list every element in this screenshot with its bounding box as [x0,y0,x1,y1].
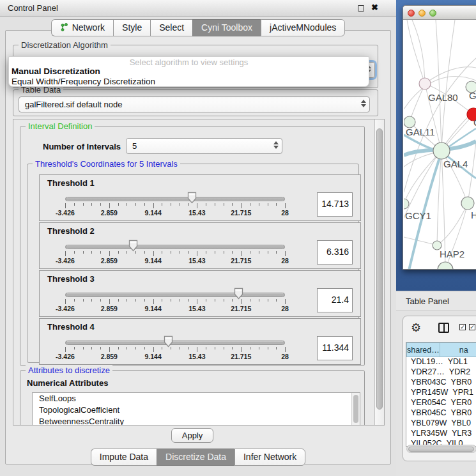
cell-shared-name: YDL19… [406,357,443,367]
table-row[interactable]: YLR345WYLR3 [406,429,476,439]
table-row[interactable]: YER054CYER0 [406,398,476,408]
dropdown-item-manual-discretization[interactable]: Manual Discretization [9,66,369,77]
algorithm-dropdown-popup: Select algorithm to view settings Manual… [8,56,369,87]
slider-track[interactable] [65,197,285,201]
discretization-algorithm-group-title: Discretization Algorithm [19,40,111,50]
table-row[interactable]: YBR045CYBR0 [406,408,476,418]
tick-label: 15.43 [188,353,205,360]
columns-icon[interactable] [438,323,449,333]
attribute-list-item[interactable]: BetweennessCentrality [33,416,360,426]
checkbox-icon[interactable]: ✓ [459,324,466,330]
cell-shared-name: YDR27… [406,367,445,378]
table-panel-title: Table Panel [406,296,449,306]
cyni-mode-tabs: Impute Data Discretize Data Infer Networ… [0,449,396,466]
tick-label: 2.859 [101,209,118,217]
slider-thumb[interactable] [234,288,243,300]
attributes-group: Attributes to discretize Numerical Attri… [20,370,365,426]
mac-zoom-icon[interactable] [429,10,436,17]
control-panel-tabs: Network Style Select Cyni Toolbox jActiv… [0,19,396,36]
table-toolbar: ⚙ ✓ ✓ [403,316,476,341]
network-window-titlebar[interactable] [403,6,476,20]
pink-node[interactable] [419,78,431,89]
threshold-value-field[interactable]: 11.344 [317,336,353,360]
tab-discretize-data[interactable]: Discretize Data [157,449,234,466]
column-header-name[interactable]: na [440,342,476,357]
threshold-slider[interactable]: -3.4262.8599.14415.4321.71528 [65,319,285,365]
table-row[interactable]: YPR145WYPR1 [406,388,476,398]
table-data-combobox[interactable]: galFiltered.sif default node [19,96,370,112]
bottom-node[interactable] [438,262,453,270]
tab-select-label: Select [159,22,184,33]
number-of-intervals-value: 5 [132,141,137,151]
gcy1-node[interactable] [404,199,409,209]
table-horizontal-scrollbar[interactable] [406,445,476,453]
control-panel-titlebar[interactable]: Control Panel ✖ [0,0,396,17]
threshold-slider[interactable]: -3.4262.8599.14415.4321.71528 [65,223,285,270]
h-node[interactable] [461,197,474,210]
gear-icon[interactable]: ⚙ [411,321,421,335]
tick-label: -3.426 [56,353,75,360]
slider-thumb[interactable] [128,240,138,252]
slider-track[interactable] [65,293,285,297]
close-icon[interactable]: ✖ [371,3,378,12]
slider-track[interactable] [65,245,285,249]
tab-jactivemnodules[interactable]: jActiveMNodules [261,19,345,36]
dropdown-item-equal-width[interactable]: Equal Width/Frequency Discretization [9,77,369,87]
threshold-value-field[interactable]: 21.4 [317,288,353,312]
threshold-value-field[interactable]: 14.713 [317,192,353,217]
table-data-selected-value: galFiltered.sif default node [25,100,122,109]
tick-label: 28 [281,257,289,265]
attributes-list-scrollbar[interactable] [351,393,360,426]
float-window-icon[interactable] [358,5,364,12]
threshold-slider[interactable]: -3.4262.8599.14415.4321.71528 [65,175,285,222]
node-table[interactable]: shared… na YDL19…YDL1YDR27…YDR2YBR043CYB… [406,342,476,447]
settings-scrollpane: Interval Definition Number of Intervals … [13,119,385,426]
attribute-list-item[interactable]: SelfLoops [33,393,360,404]
column-header-shared-name[interactable]: shared… [406,342,440,357]
tab-select[interactable]: Select [150,19,192,36]
numerical-attributes-list[interactable]: SelfLoopsTopologicalCoefficientBetweenne… [32,392,360,426]
network-view-window[interactable]: GAL80GACGAL11GAL4GCY1HHAP2 [403,5,476,270]
table-row[interactable]: YDR27…YDR2 [406,367,476,378]
apply-button[interactable]: Apply [171,428,213,443]
table-row[interactable]: YBR043CYBR0 [406,378,476,388]
tick-label: -3.426 [56,209,75,217]
attribute-list-item[interactable]: TopologicalCoefficient [33,404,360,416]
tick-label: -3.426 [56,257,75,265]
table-row[interactable]: YBL079WYBL0 [406,418,476,429]
tab-cyni-toolbox[interactable]: Cyni Toolbox [192,19,261,36]
slider-thumb[interactable] [187,192,197,204]
gal4-node[interactable] [433,142,450,159]
tick-label: 2.859 [101,257,118,265]
mac-close-icon[interactable] [408,10,415,17]
threshold-panel-1: Threshold 1-3.4262.8599.14415.4321.71528… [39,174,361,221]
threshold-value-field[interactable]: 6.316 [317,240,353,265]
table-row[interactable]: YDL19…YDL1 [406,357,476,367]
network-canvas[interactable]: GAL80GACGAL11GAL4GCY1HHAP2 [404,20,476,270]
tick-label: 28 [281,353,289,360]
tab-infer-network-label: Infer Network [243,452,296,462]
node-label-ga: GA [469,90,476,101]
interval-definition-group-title: Interval Definition [26,121,95,131]
tick-label: 9.144 [144,353,161,360]
tab-style[interactable]: Style [113,19,150,36]
tick-label: 15.43 [188,257,205,265]
tab-infer-network[interactable]: Infer Network [234,449,305,466]
threshold-slider[interactable]: -3.4262.8599.14415.4321.71528 [65,271,285,318]
window-title: Control Panel [8,3,58,13]
number-of-intervals-combobox[interactable]: 5 [126,138,282,154]
checkbox-icon[interactable]: ✓ [469,324,475,330]
tab-network[interactable]: Network [51,19,113,36]
mac-minimize-icon[interactable] [418,10,426,17]
node-label-gal4: GAL4 [443,158,468,169]
threshold-panel-3: Threshold 3-3.4262.8599.14415.4321.71528… [39,270,361,317]
cell-name: YBR0 [447,408,476,418]
table-panel-titlebar[interactable]: Table Panel [396,291,476,311]
slider-track[interactable] [65,341,285,345]
tab-impute-data[interactable]: Impute Data [91,449,157,466]
tick-label: 21.715 [231,305,251,312]
tick-label: 2.859 [101,353,118,360]
dropdown-placeholder-item[interactable]: Select algorithm to view settings [9,57,369,66]
slider-thumb[interactable] [164,335,173,348]
settings-vertical-scrollbar[interactable] [374,119,384,425]
